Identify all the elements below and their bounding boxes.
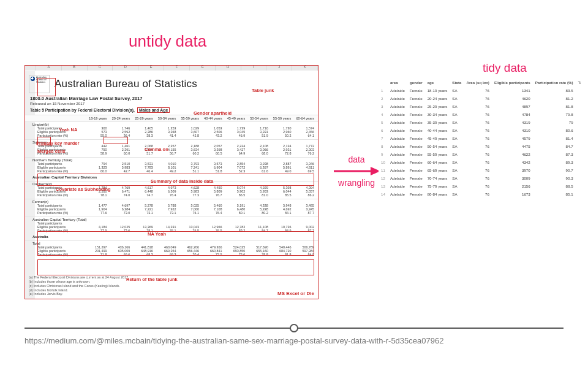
- tidy-col-header: Eligible participants: [492, 79, 533, 86]
- heading-untidy: untidy data: [129, 32, 206, 51]
- table-row: 9AdelaideFemale55-59 yearsSA76462287.340…: [379, 150, 581, 158]
- tidy-col-header: age: [425, 79, 450, 86]
- table-row: 10AdelaideFemale60-64 yearsSA76434289.33…: [379, 158, 581, 166]
- tidy-col-header: Participation rate (%): [533, 79, 576, 86]
- annotation-table-junk: Table junk: [252, 88, 274, 93]
- arrow-icon: [333, 166, 380, 177]
- table-row: 4AdelaideFemale30-34 yearsSA76478479.838…: [379, 110, 581, 118]
- table-row: 6AdelaideFemale40-44 yearsSA76431080.634…: [379, 126, 581, 134]
- tidy-col-header: Total participants: [576, 79, 581, 86]
- table-row: 5AdelaideFemale35-39 yearsSA764319793411…: [379, 118, 581, 126]
- source-url: https://medium.com/@miles.mcbain/tidying…: [24, 336, 443, 345]
- tidy-table: areagenderageStateArea (sq km)Eligible p…: [379, 79, 581, 232]
- annotation-merged: Merged cells: [37, 148, 65, 154]
- excel-column-letters: ABCDEFGHIJK: [25, 65, 318, 71]
- table-row: 3AdelaideFemale25-29 yearsSA76489781.840…: [379, 102, 581, 110]
- annotation-box-pk: [37, 137, 51, 145]
- annotation-box-australia: [37, 259, 314, 275]
- progress-divider: [24, 324, 564, 332]
- footnotes: (a) The Federal Electoral Divisions are …: [29, 275, 129, 296]
- survey-title: 1800.0 Australian Marriage Law Postal Su…: [25, 94, 318, 101]
- division-block: Fenner(c)Total participants1,4774,6975,2…: [25, 199, 318, 217]
- table-row: 13AdelaideFemale75-79 yearsSA76215688.51…: [379, 182, 581, 190]
- tidy-col-header: Area (sq km): [464, 79, 491, 86]
- heading-tidy: tidy data: [483, 61, 527, 75]
- progress-dot-icon: [290, 324, 298, 332]
- tidy-col-header: State: [450, 79, 464, 86]
- table-row: 11AdelaideFemale65-69 yearsSA76397090.73…: [379, 166, 581, 174]
- tidy-col-header: area: [388, 79, 407, 86]
- annotation-box-logo: [37, 78, 56, 96]
- table-row: 8AdelaideFemale50-54 yearsSA76447584.737…: [379, 142, 581, 150]
- table-row: 1AdelaideFemale18-19 yearsSA76134183.511…: [379, 86, 581, 94]
- annotation-box-comma: [104, 137, 128, 144]
- age-column-headers: 18-19 years20-24 years 25-29 years30-34 …: [25, 115, 318, 121]
- release-date: Released on 15 November 2017: [25, 101, 318, 107]
- annotation-covariate: Covariate as Subheading: [56, 186, 111, 192]
- table-row: 12AdelaideFemale70-74 yearsSA76300990.32…: [379, 174, 581, 182]
- tidy-col-header: gender: [407, 79, 425, 86]
- table-caption: Table 5 Participation by Federal Elector…: [25, 107, 318, 115]
- table-row: 14AdelaideFemale80-84 yearsSA76167385.11…: [379, 190, 581, 198]
- division-block: Northern Territory (Total)Total particip…: [25, 157, 318, 175]
- annotation-box-nayeah: [37, 231, 314, 256]
- untidy-screenshot: ABCDEFGHIJK Australian Bureau of Statist…: [24, 65, 318, 299]
- abs-title: Australian Bureau of Statistics: [55, 78, 197, 90]
- annotation-gender: Gender apartheid: [194, 110, 232, 116]
- arrow-label-bottom: wrangling: [326, 178, 387, 188]
- arrow-label-top: data: [326, 155, 387, 164]
- arrow-group: data wrangling: [326, 153, 387, 189]
- annotation-box-summary: [37, 174, 314, 186]
- annotation-ms-excel: MS Excel or Die: [277, 291, 314, 296]
- annotation-return-junk: Return of the table junk: [126, 277, 178, 282]
- table-row: 2AdelaideFemale20-24 yearsSA76462081.237…: [379, 94, 581, 102]
- table-row: 7AdelaideFemale45-49 yearsSA76457981.437…: [379, 134, 581, 142]
- annotation-comma: Comma on: [145, 147, 168, 152]
- annotation-yeah-na: Yeah NA: [59, 127, 77, 132]
